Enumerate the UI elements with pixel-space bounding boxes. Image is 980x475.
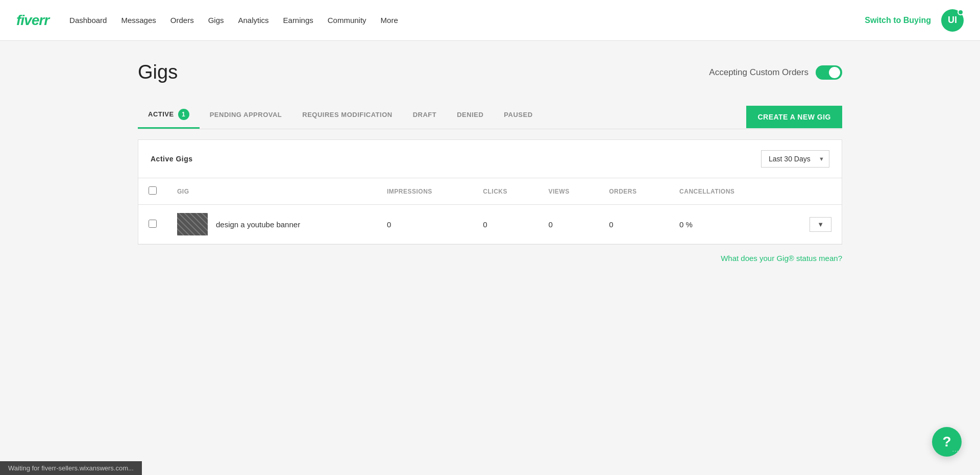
tab-active[interactable]: ACTIVE1	[138, 102, 200, 129]
row-impressions: 0	[377, 205, 473, 244]
table-row: design a youtube banner 00000 %▼	[138, 205, 842, 244]
row-checkbox-cell	[138, 205, 167, 244]
avatar-initials: UI	[948, 15, 957, 26]
nav-link-earnings[interactable]: Earnings	[283, 16, 313, 25]
row-clicks: 0	[473, 205, 538, 244]
help-dots-icon: ...	[952, 446, 959, 453]
switch-to-buying-link[interactable]: Switch to Buying	[865, 16, 931, 25]
tab-badge-active: 1	[178, 109, 189, 120]
row-action-cell: ▼	[780, 205, 842, 244]
nav-link-dashboard[interactable]: Dashboard	[69, 16, 107, 25]
help-question-icon: ?	[942, 434, 951, 450]
avatar[interactable]: UI	[941, 9, 964, 32]
tab-pending-approval[interactable]: PENDING APPROVAL	[200, 104, 292, 127]
nav-link-gigs[interactable]: Gigs	[208, 16, 224, 25]
tab-paused[interactable]: PAUSED	[494, 104, 543, 127]
table-header: Active Gigs Last 30 DaysLast 7 DaysLast …	[138, 140, 842, 178]
page-header: Gigs Accepting Custom Orders	[138, 61, 842, 83]
toggle-knob	[829, 67, 840, 78]
gig-status-help-link[interactable]: What does your Gig® status mean?	[721, 245, 842, 263]
row-views: 0	[538, 205, 599, 244]
tab-denied[interactable]: DENIED	[447, 104, 494, 127]
custom-orders-section: Accepting Custom Orders	[709, 65, 842, 80]
tab-requires-modification[interactable]: REQUIRES MODIFICATION	[292, 104, 402, 127]
avatar-notification-badge	[958, 9, 964, 15]
table-body: design a youtube banner 00000 %▼	[138, 205, 842, 244]
select-all-checkbox[interactable]	[149, 186, 157, 195]
col-gig: GIG	[167, 178, 377, 205]
table-header-row: GIGIMPRESSIONSCLICKSVIEWSORDERSCANCELLAT…	[138, 178, 842, 205]
row-cancellations: 0 %	[669, 205, 780, 244]
page-title: Gigs	[138, 61, 178, 83]
create-gig-button[interactable]: Create A New Gig	[746, 106, 842, 128]
row-action-dropdown[interactable]: ▼	[810, 217, 831, 232]
nav-right: Switch to Buying UI	[865, 9, 964, 32]
col-impressions: IMPRESSIONS	[377, 178, 473, 205]
tab-draft[interactable]: DRAFT	[403, 104, 447, 127]
nav-link-analytics[interactable]: Analytics	[238, 16, 269, 25]
gig-name[interactable]: design a youtube banner	[216, 220, 300, 229]
tabs-bar: ACTIVE1PENDING APPROVALREQUIRES MODIFICA…	[138, 102, 746, 129]
gigs-table-card: Active Gigs Last 30 DaysLast 7 DaysLast …	[138, 139, 842, 245]
help-button[interactable]: ? ...	[932, 427, 962, 457]
nav-links: DashboardMessagesOrdersGigsAnalyticsEarn…	[69, 16, 865, 25]
browser-status-bar: Waiting for fiverr-sellers.wixanswers.co…	[0, 461, 142, 475]
nav-link-messages[interactable]: Messages	[121, 16, 156, 25]
checkbox-header	[138, 178, 167, 205]
period-select[interactable]: Last 30 DaysLast 7 DaysLast 60 DaysLast …	[761, 150, 829, 168]
nav-link-more[interactable]: More	[381, 16, 398, 25]
nav-link-community[interactable]: Community	[328, 16, 366, 25]
col-orders: ORDERS	[599, 178, 669, 205]
nav-link-orders[interactable]: Orders	[170, 16, 194, 25]
col-cancellations: CANCELLATIONS	[669, 178, 780, 205]
row-checkbox[interactable]	[149, 220, 157, 228]
navigation: fiverr DashboardMessagesOrdersGigsAnalyt…	[0, 0, 980, 41]
col-views: VIEWS	[538, 178, 599, 205]
main-content: Gigs Accepting Custom Orders ACTIVE1PEND…	[107, 41, 873, 283]
col-clicks: CLICKS	[473, 178, 538, 205]
col-action	[780, 178, 842, 205]
gig-thumbnail	[177, 213, 208, 235]
table-head: GIGIMPRESSIONSCLICKSVIEWSORDERSCANCELLAT…	[138, 178, 842, 205]
row-orders: 0	[599, 205, 669, 244]
period-select-wrapper: Last 30 DaysLast 7 DaysLast 60 DaysLast …	[761, 150, 829, 168]
table-section-title: Active Gigs	[151, 155, 193, 163]
status-bar-text: Waiting for fiverr-sellers.wixanswers.co…	[8, 464, 134, 472]
create-gig-section: Create A New Gig	[746, 102, 842, 129]
gigs-table: GIGIMPRESSIONSCLICKSVIEWSORDERSCANCELLAT…	[138, 178, 842, 244]
custom-orders-toggle[interactable]	[816, 65, 842, 80]
custom-orders-label: Accepting Custom Orders	[709, 67, 808, 78]
row-gig-cell: design a youtube banner	[167, 205, 377, 244]
logo[interactable]: fiverr	[16, 12, 49, 29]
gig-cell: design a youtube banner	[177, 213, 366, 235]
